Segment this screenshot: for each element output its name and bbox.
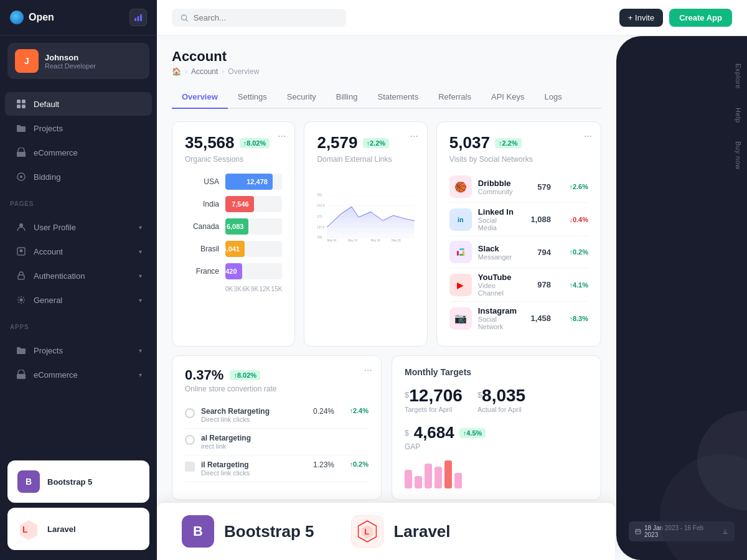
monthly-actual: $8,035 Actual for April xyxy=(477,386,525,413)
user-role: React Developer xyxy=(45,62,96,70)
breadcrumb-account[interactable]: Account xyxy=(191,67,218,76)
card-menu-conversion[interactable]: ··· xyxy=(364,365,372,376)
chevron-down-icon-3: ▾ xyxy=(139,273,142,279)
retarget-row-3: il Retargeting Direct link clicks 1.23% … xyxy=(185,455,369,482)
bootstrap-icon: B xyxy=(17,470,40,493)
auth-icon xyxy=(15,269,27,282)
user-info: Johnson React Developer xyxy=(45,53,96,70)
bar-row-france: France 4,420 xyxy=(185,263,282,279)
line-chart: 250 212.5 175 137.5 100 xyxy=(317,174,414,263)
organic-value: 35,568 ↑8.02% xyxy=(185,133,282,152)
nav-item-projects-label: Projects xyxy=(34,124,142,133)
breadcrumb-overview: Overview xyxy=(228,67,259,76)
grid-icon xyxy=(15,98,27,110)
youtube-icon: ▶ xyxy=(449,274,472,296)
svg-point-10 xyxy=(19,223,23,227)
bar-country-canada: Canada xyxy=(185,222,219,231)
svg-rect-5 xyxy=(17,105,21,108)
svg-text:May 04: May 04 xyxy=(327,239,337,242)
nav-item-ecommerce[interactable]: eCommerce xyxy=(5,141,152,164)
laravel-promo: L Laravel xyxy=(351,515,450,548)
bar-row-brasil: Brasil 5,041 xyxy=(185,241,282,257)
search-icon xyxy=(181,14,189,22)
card-menu-domain[interactable]: ··· xyxy=(410,131,418,142)
sidebar-item-account[interactable]: Account ▾ xyxy=(5,240,152,263)
svg-rect-34 xyxy=(459,248,464,250)
sidebar-item-account-label: Account xyxy=(34,247,133,256)
chevron-down-icon-4: ▾ xyxy=(139,297,142,304)
svg-rect-4 xyxy=(22,100,26,103)
retarget-circle-2 xyxy=(185,435,195,445)
domain-links-card: 2,579 ↑2.2% Domain External Links ··· 25… xyxy=(304,121,427,347)
sidebar-item-ecommerce-app[interactable]: eCommerce ▾ xyxy=(5,363,152,386)
avatar: J xyxy=(15,49,39,73)
chevron-down-icon-2: ▾ xyxy=(139,248,142,255)
breadcrumb-sep-2: › xyxy=(222,67,224,76)
chevron-down-icon-6: ▾ xyxy=(139,371,142,378)
sidebar-item-user-profile-label: User Profile xyxy=(34,223,133,232)
card-menu-social[interactable]: ··· xyxy=(584,131,592,142)
account-icon xyxy=(15,245,27,258)
tab-statements[interactable]: Statements xyxy=(367,86,428,109)
tab-logs[interactable]: Logs xyxy=(534,86,571,109)
tab-overview[interactable]: Overview xyxy=(172,86,228,109)
sidebar-item-user-profile[interactable]: User Profile ▾ xyxy=(5,215,152,239)
bottom-cards: 0.37% ↑8.02% Online store convertion rat… xyxy=(172,355,601,500)
slack-icon xyxy=(449,241,472,263)
side-tabs: Explore Help Buy now xyxy=(616,42,747,179)
bar-chart: USA 12,478 India 7,546 xyxy=(185,174,282,292)
svg-point-9 xyxy=(20,175,22,178)
page-main: Account 🏠 › Account › Overview Overview … xyxy=(157,36,616,560)
gavel-icon xyxy=(15,170,27,183)
monthly-mini-chart xyxy=(405,457,588,488)
nav-item-projects[interactable]: Projects xyxy=(5,116,152,140)
sidebar-toggle[interactable] xyxy=(129,9,147,26)
apps-nav: Projects ▾ eCommerce ▾ xyxy=(0,333,157,392)
svg-rect-6 xyxy=(22,105,26,108)
pages-nav: User Profile ▾ Account ▾ Authentication … xyxy=(0,210,157,317)
bar-fill-usa: 12,478 xyxy=(225,174,273,190)
monthly-gap-value: 4,684 xyxy=(414,423,454,442)
page-tabs: Overview Settings Security Billing State… xyxy=(172,86,601,109)
tab-billing[interactable]: Billing xyxy=(326,86,368,109)
help-tab[interactable]: Help xyxy=(616,99,747,132)
svg-point-14 xyxy=(20,299,23,302)
logo-area: Open xyxy=(10,11,54,24)
avatar-initial: J xyxy=(24,56,29,66)
bar-row-india: India 7,546 xyxy=(185,196,282,212)
bar-track-usa: 12,478 xyxy=(225,174,282,190)
nav-item-bidding[interactable]: Bidding xyxy=(5,165,152,189)
bar-value-canada: 6,083 xyxy=(227,223,244,230)
tab-api-keys[interactable]: API Keys xyxy=(481,86,534,109)
topbar: + Invite Create App xyxy=(157,0,747,36)
breadcrumb-sep-1: › xyxy=(185,67,187,76)
domain-value: 2,579 ↑2.2% xyxy=(317,133,414,152)
bootstrap-label: Bootstrap 5 xyxy=(224,522,314,541)
sidebar-item-general[interactable]: General ▾ xyxy=(5,288,152,312)
nav-item-default[interactable]: Default xyxy=(5,92,152,116)
bar-track-canada: 6,083 xyxy=(225,218,282,235)
bar-row-usa: USA 12,478 xyxy=(185,174,282,190)
buy-now-tab[interactable]: Buy now xyxy=(616,133,747,179)
tab-settings[interactable]: Settings xyxy=(228,86,277,109)
sidebar-item-projects-app[interactable]: Projects ▾ xyxy=(5,338,152,362)
bar-country-brasil: Brasil xyxy=(185,245,219,253)
create-app-button[interactable]: Create App xyxy=(669,9,732,27)
nav-item-ecommerce-label: eCommerce xyxy=(34,148,142,157)
sidebar-item-authentication[interactable]: Authentication ▾ xyxy=(5,264,152,287)
social-row-youtube: ▶ YouTube Video Channel 978 ↑4.1% xyxy=(449,268,588,302)
monthly-title: Monthly Targets xyxy=(405,367,588,377)
page-title: Account xyxy=(172,49,601,65)
invite-button[interactable]: + Invite xyxy=(619,9,663,27)
social-label: Visits by Social Networks xyxy=(449,155,588,164)
tab-security[interactable]: Security xyxy=(277,86,326,109)
svg-text:250: 250 xyxy=(317,193,322,197)
svg-rect-7 xyxy=(17,152,26,157)
tab-referrals[interactable]: Referrals xyxy=(428,86,481,109)
sidebar-item-general-label: General xyxy=(34,296,133,305)
conversion-label: Online store convertion rate xyxy=(185,385,369,393)
search-input[interactable] xyxy=(194,13,337,22)
retarget-row-1: Search Retargeting Direct link clicks 0.… xyxy=(185,402,369,429)
card-menu-organic[interactable]: ··· xyxy=(278,131,286,142)
explore-tab[interactable]: Explore xyxy=(616,55,747,98)
